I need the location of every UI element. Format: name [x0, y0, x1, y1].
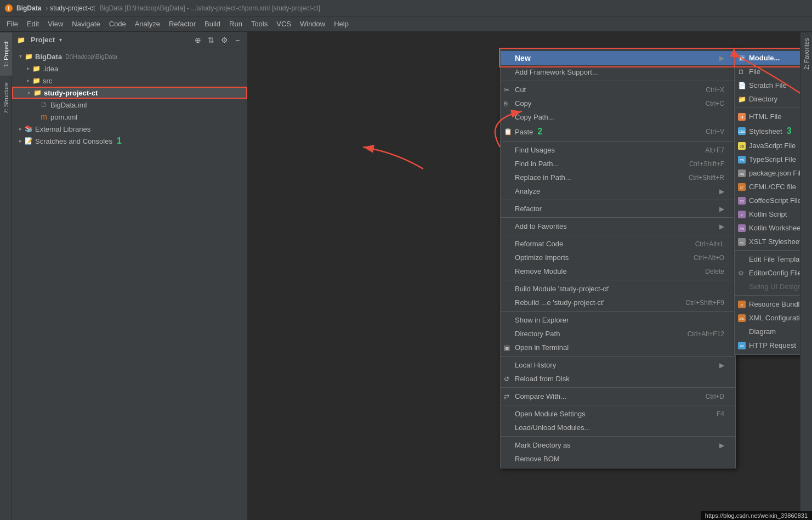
tab-favorites[interactable]: 2: Favorites — [800, 32, 812, 76]
ext-arrow[interactable]: ▸ — [16, 125, 24, 133]
mark-dir-arrow: ▶ — [719, 442, 724, 449]
menu-build[interactable]: Build — [200, 18, 225, 30]
menu-window[interactable]: Window — [296, 18, 330, 30]
context-menu-item-compare-with[interactable]: ⇄ Compare With... Ctrl+D — [501, 389, 735, 403]
bigdata-expand-arrow[interactable]: ▾ — [16, 53, 24, 60]
context-menu-item-remove-module[interactable]: Remove Module Delete — [501, 264, 735, 278]
js-label: JavaScript File — [749, 142, 796, 150]
settings-icon[interactable]: ⚙ — [219, 35, 230, 46]
tree-item-src[interactable]: ▸ 📁 src — [12, 75, 247, 87]
spc-arrow[interactable]: ▸ — [25, 89, 33, 97]
idea-arrow[interactable]: ▸ — [24, 65, 32, 72]
submenu-item-xml-config[interactable]: XML XML Configuration File ▶ — [735, 311, 800, 325]
context-menu-item-add-framework[interactable]: Add Framework Support... — [501, 65, 735, 79]
project-dropdown-arrow[interactable]: ▾ — [59, 37, 62, 43]
submenu-item-editorconfig[interactable]: ⚙ EditorConfig File — [735, 266, 800, 280]
menu-run[interactable]: Run — [225, 18, 247, 30]
tree-item-bigdata-iml[interactable]: ▸ 🗋 BigData.iml — [12, 99, 247, 111]
context-menu-item-directory-path[interactable]: Directory Path Ctrl+Alt+F12 — [501, 327, 735, 341]
menu-refactor[interactable]: Refactor — [164, 18, 200, 30]
context-menu-item-analyze[interactable]: Analyze ▶ — [501, 184, 735, 198]
separator-1 — [501, 81, 735, 81]
context-menu-item-refactor[interactable]: Refactor ▶ — [501, 202, 735, 216]
context-menu-item-optimize-imports[interactable]: Optimize Imports Ctrl+Alt+O — [501, 251, 735, 264]
menu-analyze[interactable]: Analyze — [130, 18, 164, 30]
context-menu-item-replace-in-path[interactable]: Replace in Path... Ctrl+Shift+R — [501, 171, 735, 184]
cfml-icon: CF — [738, 183, 746, 191]
submenu-item-ts[interactable]: TS TypeScript File — [735, 152, 800, 166]
project-title: Project — [31, 36, 55, 44]
tree-item-idea[interactable]: ▸ 📁 .idea — [12, 63, 247, 75]
menu-vcs[interactable]: VCS — [272, 18, 296, 30]
submenu-item-diagram[interactable]: Diagram ▶ — [735, 325, 800, 338]
context-menu-item-copy[interactable]: ⎘ Copy Ctrl+C — [501, 97, 735, 110]
submenu-item-coffeescript[interactable]: CS CoffeeScript File — [735, 194, 800, 207]
kotlin-worksheet-icon: KW — [738, 224, 746, 232]
svg-text:TS: TS — [740, 159, 744, 162]
context-menu-item-local-history[interactable]: Local History ▶ — [501, 358, 735, 372]
tree-item-ext-libs[interactable]: ▸ 📚 External Libraries — [12, 123, 247, 135]
context-menu-item-remove-bom[interactable]: Remove BOM — [501, 452, 735, 466]
context-menu-item-module-settings[interactable]: Open Module Settings F4 — [501, 407, 735, 421]
context-menu-item-open-terminal[interactable]: ▣ Open in Terminal — [501, 341, 735, 354]
submenu-item-module[interactable]: M Module... — [735, 51, 800, 65]
new-label: New — [515, 54, 531, 63]
xml-config-label: XML Configuration File — [749, 314, 800, 322]
submenu-item-kotlin-script[interactable]: K Kotlin Script — [735, 207, 800, 221]
submenu-item-file[interactable]: 🗋 File — [735, 65, 800, 78]
tree-item-bigdata[interactable]: ▾ 📁 BigData D:\Hadoop\BigData — [12, 50, 247, 63]
http-request-label: HTTP Request — [749, 341, 796, 349]
submenu-item-directory[interactable]: 📁 Directory — [735, 92, 800, 106]
expand-icon[interactable]: ⇅ — [206, 35, 217, 46]
context-menu-item-mark-dir[interactable]: Mark Directory as ▶ — [501, 438, 735, 452]
menu-code[interactable]: Code — [105, 18, 130, 30]
submenu-item-edit-templates[interactable]: Edit File Templates... — [735, 252, 800, 266]
context-menu-item-reload[interactable]: ↺ Reload from Disk — [501, 372, 735, 386]
submenu-item-scratch[interactable]: 📄 Scratch File Ctrl+Alt+Shift+Insert — [735, 78, 800, 92]
submenu-item-cfml[interactable]: CF CFML/CFC file — [735, 180, 800, 194]
submenu-item-html[interactable]: H HTML File — [735, 110, 800, 123]
tree-item-study-project-ct[interactable]: ▸ 📁 study-project-ct — [12, 87, 247, 99]
context-menu-item-copy-path[interactable]: Copy Path... — [501, 110, 735, 124]
context-menu-item-show-in-explorer[interactable]: Show in Explorer — [501, 313, 735, 327]
bigdata-folder-icon: 📁 — [24, 52, 33, 61]
submenu-item-resource-bundle[interactable]: R Resource Bundle — [735, 297, 800, 311]
submenu-item-kotlin-worksheet[interactable]: KW Kotlin Worksheet — [735, 221, 800, 235]
xml-config-icon: XML — [738, 314, 746, 322]
menu-navigate[interactable]: Navigate — [67, 18, 104, 30]
context-menu-item-rebuild-module[interactable]: Rebuild ...e 'study-project-ct' Ctrl+Shi… — [501, 296, 735, 309]
context-menu-item-load-unload[interactable]: Load/Unload Modules... — [501, 421, 735, 434]
tab-project[interactable]: 1: Project — [0, 32, 12, 76]
hide-icon[interactable]: − — [232, 35, 243, 46]
context-menu-item-cut[interactable]: ✂ Cut Ctrl+X — [501, 83, 735, 97]
context-menu-item-reformat[interactable]: Reformat Code Ctrl+Alt+L — [501, 237, 735, 251]
context-menu-item-find-usages[interactable]: Find Usages Alt+F7 — [501, 143, 735, 157]
coffeescript-icon: CS — [738, 197, 746, 205]
scratches-arrow[interactable]: ▸ — [16, 137, 24, 145]
svg-text:CSS: CSS — [739, 130, 745, 133]
menu-edit[interactable]: Edit — [22, 18, 43, 30]
analyze-label: Analyze — [515, 187, 540, 195]
submenu-item-stylesheet[interactable]: CSS Stylesheet 3 — [735, 123, 800, 139]
submenu-item-js[interactable]: JS JavaScript File — [735, 139, 800, 152]
menu-file[interactable]: File — [2, 18, 22, 30]
tree-item-scratches[interactable]: ▸ 📝 Scratches and Consoles 1 — [12, 135, 247, 147]
tab-structure[interactable]: 7: Structure — [0, 76, 12, 120]
context-menu-item-paste[interactable]: 📋 Paste 2 Ctrl+V — [501, 124, 735, 139]
submenu-item-package-json[interactable]: pkg package.json File — [735, 166, 800, 180]
context-menu-item-build-module[interactable]: Build Module 'study-project-ct' — [501, 282, 735, 296]
menu-view[interactable]: View — [43, 18, 67, 30]
menu-tools[interactable]: Tools — [247, 18, 272, 30]
menu-help[interactable]: Help — [330, 18, 353, 30]
xslt-icon: XSL — [738, 238, 746, 246]
submenu-item-http-request[interactable]: API HTTP Request — [735, 338, 800, 352]
submenu-item-xslt[interactable]: XSL XSLT Stylesheet — [735, 235, 800, 248]
src-arrow[interactable]: ▸ — [24, 77, 32, 84]
context-menu-item-find-in-path[interactable]: Find in Path... Ctrl+Shift+F — [501, 157, 735, 171]
copy-path-label: Copy Path... — [515, 113, 554, 121]
context-menu-item-add-favorites[interactable]: Add to Favorites ▶ — [501, 219, 735, 233]
add-icon[interactable]: ⊕ — [192, 35, 203, 46]
context-menu-item-new[interactable]: New ▶ — [501, 51, 735, 65]
tree-item-pom-xml[interactable]: ▸ m pom.xml — [12, 111, 247, 123]
submenu-item-swing[interactable]: Swing UI Designer ▶ — [735, 280, 800, 293]
